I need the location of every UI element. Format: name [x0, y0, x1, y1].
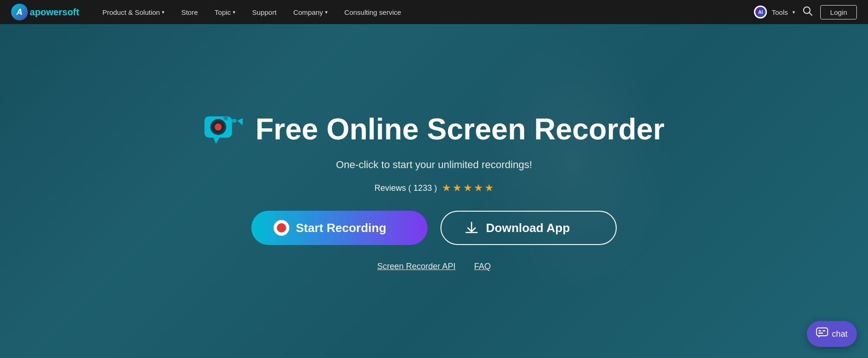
hero-content: Free Online Screen Recorder One-click to…: [204, 111, 664, 271]
svg-rect-10: [818, 330, 821, 332]
chat-button[interactable]: chat: [807, 321, 857, 347]
nav-item-company[interactable]: Company ▾: [285, 0, 336, 24]
chevron-down-icon: ▾: [233, 9, 236, 15]
hero-buttons: Start Recording Download App: [251, 211, 617, 245]
star-2: ★: [453, 182, 462, 194]
hero-subtitle: One-click to start your unlimited record…: [336, 159, 532, 171]
nav-items: Product & Solution ▾ Store Topic ▾ Suppo…: [94, 0, 754, 24]
star-rating: ★ ★ ★ ★ ★: [442, 182, 494, 194]
hero-section: Free Online Screen Recorder One-click to…: [0, 24, 868, 358]
chat-label: chat: [832, 329, 848, 339]
svg-line-1: [810, 13, 812, 15]
screen-recorder-api-link[interactable]: Screen Recorder API: [377, 262, 455, 271]
logo-text: apowersoft: [30, 7, 79, 18]
download-app-button[interactable]: Download App: [440, 211, 617, 245]
svg-rect-11: [818, 333, 823, 334]
nav-item-store[interactable]: Store: [173, 0, 206, 24]
svg-rect-6: [232, 119, 236, 123]
svg-rect-9: [817, 328, 828, 336]
navbar: A apowersoft Product & Solution ▾ Store …: [0, 0, 868, 24]
start-recording-button[interactable]: Start Recording: [251, 211, 428, 245]
logo-suffix: powersoft: [35, 7, 79, 17]
nav-item-product[interactable]: Product & Solution ▾: [94, 0, 173, 24]
star-4: ★: [474, 182, 483, 194]
logo[interactable]: A apowersoft: [11, 4, 79, 20]
hero-title-row: Free Online Screen Recorder: [204, 111, 664, 148]
logo-prefix: a: [30, 7, 35, 17]
star-3: ★: [463, 182, 472, 194]
faq-link[interactable]: FAQ: [474, 262, 491, 271]
record-dot-icon: [274, 220, 289, 236]
nav-item-topic[interactable]: Topic ▾: [206, 0, 244, 24]
svg-rect-12: [823, 330, 825, 332]
download-icon: [464, 220, 479, 236]
chevron-down-icon: ▾: [325, 9, 328, 15]
logo-icon: A: [11, 4, 28, 20]
tools-label: Tools: [770, 0, 790, 24]
chat-icon: [816, 327, 828, 341]
ai-badge-inner: AI: [755, 7, 766, 17]
record-dot-inner: [277, 223, 286, 232]
chevron-down-icon: ▾: [792, 9, 795, 15]
chevron-down-icon: ▾: [162, 9, 165, 15]
search-icon[interactable]: [803, 6, 813, 19]
star-1: ★: [442, 182, 451, 194]
logo-letter: A: [17, 7, 23, 17]
reviews-label: Reviews ( 1233 ): [374, 183, 437, 193]
svg-point-5: [215, 124, 222, 131]
hero-links: Screen Recorder API FAQ: [377, 262, 491, 271]
ai-tools-menu[interactable]: AI Tools ▾: [754, 0, 795, 24]
hero-reviews: Reviews ( 1233 ) ★ ★ ★ ★ ★: [374, 182, 493, 194]
hero-title: Free Online Screen Recorder: [255, 113, 664, 145]
svg-point-8: [223, 116, 228, 120]
svg-marker-7: [237, 118, 243, 125]
nav-item-consulting[interactable]: Consulting service: [336, 0, 410, 24]
ai-badge: AI: [754, 6, 767, 19]
star-5: ★: [485, 182, 494, 194]
nav-right: AI Tools ▾ Login: [754, 0, 857, 24]
nav-item-support[interactable]: Support: [244, 0, 285, 24]
recorder-icon: [204, 111, 244, 148]
login-button[interactable]: Login: [820, 5, 857, 19]
